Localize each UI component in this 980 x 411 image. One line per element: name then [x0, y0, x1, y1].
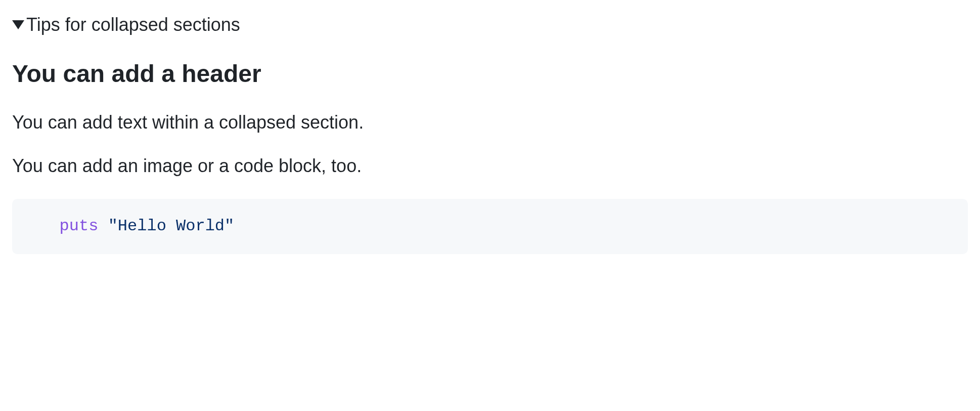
code-block: puts "Hello World": [12, 199, 968, 254]
collapsible-summary[interactable]: Tips for collapsed sections: [12, 14, 968, 35]
triangle-down-icon: [12, 20, 24, 29]
code-string: "Hello World": [108, 217, 235, 235]
paragraph-text-1: You can add text within a collapsed sect…: [12, 112, 968, 133]
code-keyword: puts: [60, 217, 99, 235]
summary-label: Tips for collapsed sections: [26, 14, 240, 35]
section-heading: You can add a header: [12, 60, 968, 88]
paragraph-text-2: You can add an image or a code block, to…: [12, 155, 968, 177]
